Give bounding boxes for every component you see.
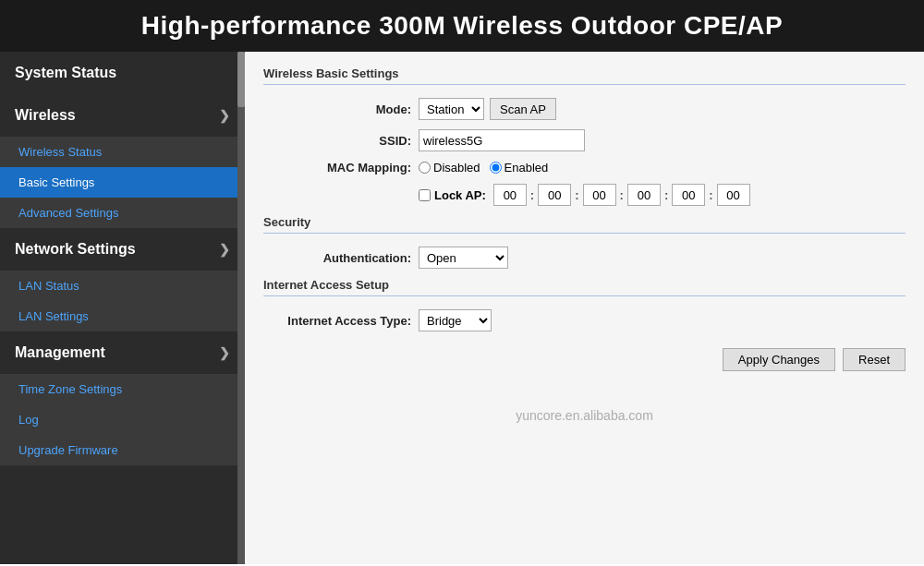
mac-field-6[interactable] — [717, 184, 750, 206]
mac-mapping-row: MAC Mapping: Disabled Enabled — [263, 161, 906, 175]
action-row: Apply Changes Reset — [263, 348, 906, 371]
wireless-basic-settings-title: Wireless Basic Settings — [263, 66, 906, 85]
mac-sep-5: : — [709, 188, 712, 202]
sidebar-section-label: Network Settings — [15, 241, 136, 258]
authentication-row: Authentication: Open WPA-PSK WPA2-PSK — [263, 247, 906, 269]
sidebar-item-upgrade-firmware[interactable]: Upgrade Firmware — [0, 435, 245, 465]
lock-ap-label: Lock AP: — [434, 188, 486, 202]
ssid-control — [419, 129, 585, 151]
mode-select[interactable]: Station AP WDS — [419, 98, 484, 120]
sidebar-item-network-settings[interactable]: Network Settings ❯ — [0, 228, 245, 271]
chevron-right-icon: ❯ — [219, 242, 230, 257]
scan-ap-button[interactable]: Scan AP — [490, 98, 556, 120]
page-title: High-performance 300M Wireless Outdoor C… — [141, 11, 783, 40]
sidebar-section-label: Management — [15, 344, 105, 361]
sidebar-section-label: System Status — [15, 65, 116, 81]
mac-disabled-label: Disabled — [433, 161, 480, 175]
authentication-control: Open WPA-PSK WPA2-PSK — [419, 247, 508, 269]
chevron-right-icon: ❯ — [219, 345, 230, 360]
sidebar-item-log[interactable]: Log — [0, 404, 245, 435]
mac-sep-1: : — [530, 188, 534, 202]
mac-mapping-control: Disabled Enabled — [419, 161, 548, 175]
mac-disabled-radio[interactable] — [419, 162, 431, 174]
internet-access-type-label: Internet Access Type: — [263, 314, 411, 328]
internet-access-type-row: Internet Access Type: Bridge DHCP PPPoE … — [263, 309, 906, 331]
authentication-label: Authentication: — [263, 251, 411, 265]
network-settings-sub-items: LAN Status LAN Settings — [0, 271, 245, 331]
internet-access-type-control: Bridge DHCP PPPoE Static IP — [419, 309, 492, 331]
sidebar-item-lan-settings[interactable]: LAN Settings — [0, 301, 245, 331]
sidebar-item-wireless[interactable]: Wireless ❯ — [0, 94, 245, 137]
main-content: Wireless Basic Settings Mode: Station AP… — [245, 52, 924, 564]
sidebar-item-system-status[interactable]: System Status — [0, 52, 245, 94]
wireless-sub-items: Wireless Status Basic Settings Advanced … — [0, 137, 245, 228]
ssid-row: SSID: — [263, 129, 906, 151]
mode-row: Mode: Station AP WDS Scan AP — [263, 98, 906, 120]
scrollbar-thumb[interactable] — [237, 52, 245, 107]
security-title: Security — [263, 215, 906, 234]
mac-field-5[interactable] — [672, 184, 705, 206]
sidebar-item-wireless-status[interactable]: Wireless Status — [0, 137, 245, 167]
lock-ap-row: Lock AP: : : : : : — [419, 184, 906, 206]
apply-changes-button[interactable]: Apply Changes — [723, 348, 835, 371]
authentication-select[interactable]: Open WPA-PSK WPA2-PSK — [419, 247, 508, 269]
mac-enabled-label: Enabled — [505, 161, 549, 175]
mac-enabled-radio[interactable] — [490, 162, 502, 174]
mac-field-4[interactable] — [627, 184, 661, 206]
mac-disabled-option[interactable]: Disabled — [419, 161, 480, 175]
mac-enabled-option[interactable]: Enabled — [490, 161, 549, 175]
sidebar-item-management[interactable]: Management ❯ — [0, 331, 245, 374]
sidebar-item-basic-settings[interactable]: Basic Settings — [0, 167, 245, 198]
internet-access-setup-title: Internet Access Setup — [263, 278, 906, 296]
management-sub-items: Time Zone Settings Log Upgrade Firmware — [0, 374, 245, 465]
mode-label: Mode: — [263, 102, 411, 116]
mode-control: Station AP WDS Scan AP — [419, 98, 556, 120]
mac-field-1[interactable] — [493, 184, 527, 206]
mac-sep-3: : — [620, 188, 624, 202]
reset-button[interactable]: Reset — [843, 348, 906, 371]
sidebar-item-advanced-settings[interactable]: Advanced Settings — [0, 198, 245, 228]
mac-field-3[interactable] — [583, 184, 616, 206]
scrollbar[interactable] — [237, 52, 245, 564]
mac-sep-2: : — [575, 188, 578, 202]
mac-mapping-label: MAC Mapping: — [263, 161, 411, 175]
sidebar-item-lan-status[interactable]: LAN Status — [0, 271, 245, 301]
lock-ap-checkbox[interactable] — [419, 189, 431, 201]
page-header: High-performance 300M Wireless Outdoor C… — [0, 0, 924, 52]
watermark: yuncore.en.alibaba.com — [263, 408, 906, 423]
ssid-label: SSID: — [263, 134, 411, 148]
sidebar-section-label: Wireless — [15, 107, 76, 124]
sidebar: System Status Wireless ❯ Wireless Status… — [0, 52, 245, 564]
chevron-right-icon: ❯ — [219, 108, 230, 123]
mac-field-2[interactable] — [538, 184, 571, 206]
internet-access-type-select[interactable]: Bridge DHCP PPPoE Static IP — [419, 309, 492, 331]
mac-sep-4: : — [664, 188, 668, 202]
ssid-input[interactable] — [419, 129, 585, 151]
sidebar-item-time-zone-settings[interactable]: Time Zone Settings — [0, 374, 245, 404]
